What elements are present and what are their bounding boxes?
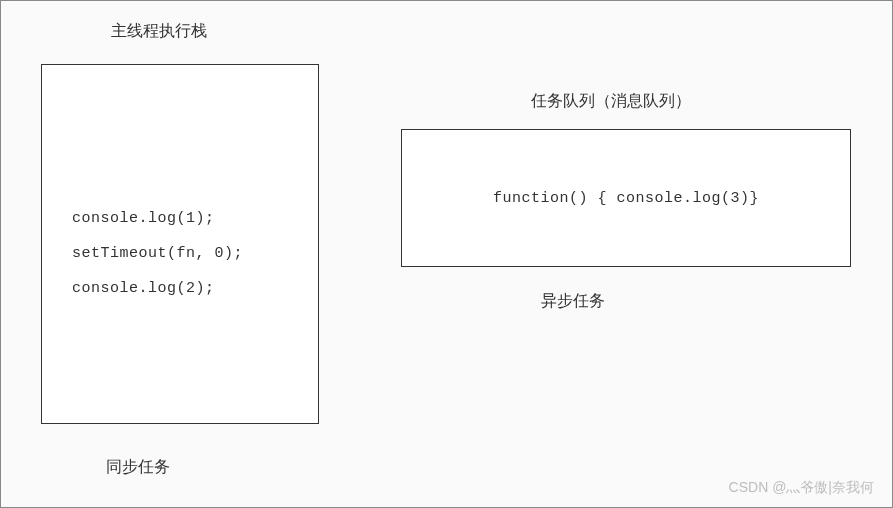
task-queue-title: 任务队列（消息队列）: [531, 91, 691, 112]
sync-task-label: 同步任务: [106, 457, 170, 478]
main-thread-stack-box: console.log(1); setTimeout(fn, 0); conso…: [41, 64, 319, 424]
main-thread-stack-title: 主线程执行栈: [111, 21, 207, 42]
code-line: console.log(1);: [72, 210, 288, 227]
async-task-label: 异步任务: [541, 291, 605, 312]
code-line: console.log(2);: [72, 280, 288, 297]
code-line: setTimeout(fn, 0);: [72, 245, 288, 262]
task-queue-box: function() { console.log(3)}: [401, 129, 851, 267]
code-line: function() { console.log(3)}: [493, 190, 759, 207]
watermark: CSDN @灬爷傲|奈我何: [729, 479, 874, 497]
